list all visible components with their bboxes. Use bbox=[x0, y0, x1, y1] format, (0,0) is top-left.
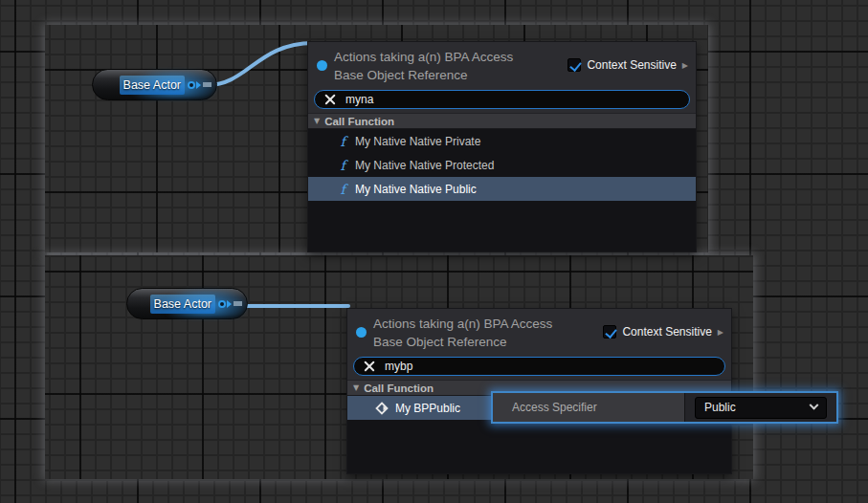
clear-search-icon[interactable] bbox=[364, 361, 375, 372]
blueprint-function-icon bbox=[375, 402, 389, 415]
context-menu-header: Actions taking a(n) BPA Access Base Obje… bbox=[347, 309, 731, 354]
title-line-1: Actions taking a(n) BPA Access bbox=[334, 48, 568, 66]
node-label: Base Actor bbox=[120, 76, 185, 95]
function-icon: f bbox=[336, 134, 349, 149]
object-output-pin[interactable] bbox=[188, 81, 211, 89]
context-menu-title: Actions taking a(n) BPA Access Base Obje… bbox=[373, 315, 603, 351]
collapse-triangle-icon: ▼ bbox=[353, 383, 359, 392]
object-output-pin[interactable] bbox=[218, 300, 242, 308]
menu-item-my-native-native-public[interactable]: f My Native Native Public bbox=[308, 177, 696, 201]
pin-circle-icon bbox=[188, 81, 195, 89]
menu-item-label: My BPPublic bbox=[395, 402, 460, 415]
title-line-2: Base Object Reference bbox=[334, 66, 568, 84]
node-base-actor-top[interactable]: Base Actor bbox=[92, 69, 217, 100]
object-pin-type-icon bbox=[317, 60, 327, 71]
function-icon: f bbox=[336, 182, 349, 197]
access-specifier-value-cell: Public bbox=[685, 393, 836, 422]
node-base-actor-bottom[interactable]: Base Actor bbox=[126, 288, 248, 319]
menu-item-label: My Native Native Public bbox=[355, 183, 477, 196]
menu-item-label: My Native Native Protected bbox=[355, 159, 494, 172]
context-menu-top: Actions taking a(n) BPA Access Base Obje… bbox=[307, 41, 697, 252]
category-call-function[interactable]: ▼ Call Function bbox=[308, 113, 696, 129]
dropdown-value: Public bbox=[704, 401, 736, 414]
context-menu-title: Actions taking a(n) BPA Access Base Obje… bbox=[334, 48, 568, 84]
blueprint-editor: Base Actor Base Actor Actions taking a(n… bbox=[0, 0, 868, 503]
context-sensitive-group: Context Sensitive ▶ bbox=[568, 58, 688, 72]
action-list: f My Native Native Private f My Native N… bbox=[308, 129, 696, 252]
search-row: mybp bbox=[347, 354, 731, 380]
submenu-arrow-icon[interactable]: ▶ bbox=[718, 328, 723, 337]
access-specifier-label-cell: Access Specifier bbox=[493, 393, 685, 422]
pin-arrow-icon bbox=[227, 300, 232, 308]
pin-arrow-icon bbox=[196, 81, 201, 89]
context-sensitive-checkbox[interactable] bbox=[603, 325, 616, 339]
clear-search-icon[interactable] bbox=[324, 94, 336, 105]
title-line-1: Actions taking a(n) BPA Access bbox=[373, 315, 603, 333]
search-input-top[interactable]: myna bbox=[314, 90, 690, 109]
access-specifier-tooltip: Access Specifier Public bbox=[491, 391, 838, 424]
context-sensitive-group: Context Sensitive ▶ bbox=[603, 325, 723, 339]
access-specifier-dropdown[interactable]: Public bbox=[695, 397, 827, 419]
search-value: myna bbox=[345, 93, 373, 106]
search-input-bottom[interactable]: mybp bbox=[353, 357, 725, 376]
context-sensitive-label: Context Sensitive bbox=[587, 58, 676, 72]
submenu-arrow-icon[interactable]: ▶ bbox=[682, 61, 688, 70]
function-icon: f bbox=[336, 158, 349, 173]
search-value: mybp bbox=[385, 360, 412, 373]
pin-circle-icon bbox=[218, 300, 226, 308]
title-line-2: Base Object Reference bbox=[373, 333, 603, 351]
node-label: Base Actor bbox=[150, 295, 215, 314]
category-label: Call Function bbox=[364, 383, 434, 394]
menu-item-label: My Native Native Private bbox=[355, 135, 480, 148]
context-menu-header: Actions taking a(n) BPA Access Base Obje… bbox=[308, 42, 696, 87]
access-specifier-label: Access Specifier bbox=[512, 401, 597, 414]
search-row: myna bbox=[308, 87, 696, 113]
object-pin-type-icon bbox=[356, 327, 367, 338]
category-label: Call Function bbox=[324, 116, 394, 127]
context-sensitive-label: Context Sensitive bbox=[622, 325, 711, 339]
context-sensitive-checkbox[interactable] bbox=[568, 58, 581, 72]
collapse-triangle-icon: ▼ bbox=[314, 117, 320, 125]
pin-stub bbox=[234, 301, 242, 306]
menu-item-my-native-native-private[interactable]: f My Native Native Private bbox=[308, 129, 696, 153]
chevron-down-icon bbox=[810, 400, 819, 409]
pin-stub bbox=[203, 82, 211, 87]
menu-item-my-native-native-protected[interactable]: f My Native Native Protected bbox=[308, 153, 696, 177]
